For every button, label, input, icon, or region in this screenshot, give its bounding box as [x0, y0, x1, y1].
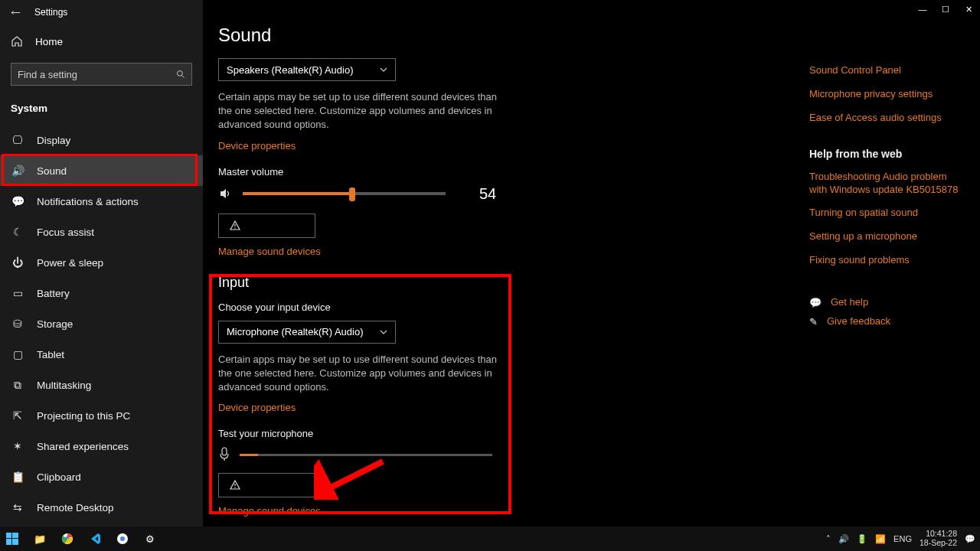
svg-rect-11	[6, 539, 11, 545]
output-manage-link[interactable]: Manage sound devices	[218, 246, 321, 257]
tray-battery-icon[interactable]: 🔋	[857, 534, 867, 544]
tray-speaker-icon[interactable]: 🔊	[838, 534, 849, 544]
help-link-4[interactable]: Fixing sound problems	[809, 254, 959, 267]
sidebar-item-notifications[interactable]: 💬Notifications & actions	[0, 186, 203, 217]
sidebar-item-storage[interactable]: ⛁Storage	[0, 308, 203, 339]
window-controls: — ☐ ✕	[911, 0, 980, 18]
volume-value: 54	[479, 185, 496, 203]
display-icon: 🖵	[11, 134, 24, 146]
sidebar-item-multitasking[interactable]: ⧉Multitasking	[0, 370, 203, 400]
input-device-value: Microphone (Realtek(R) Audio)	[227, 326, 363, 337]
storage-icon: ⛁	[11, 318, 24, 330]
tray-wifi-icon[interactable]: 📶	[875, 534, 886, 544]
help-link-3[interactable]: Setting up a microphone	[809, 230, 959, 243]
minimize-button[interactable]: —	[911, 0, 934, 18]
settings-taskbar-icon[interactable]: ⚙	[142, 531, 158, 546]
warning-icon	[230, 480, 240, 491]
help-link-2[interactable]: Turning on spatial sound	[809, 207, 959, 220]
input-manage-link[interactable]: Manage sound devices	[218, 505, 321, 517]
sidebar-item-label: Battery	[37, 288, 70, 299]
tray-chevron-icon[interactable]: ˄	[826, 534, 831, 544]
troubleshoot-label: Troubleshoot	[247, 220, 304, 231]
input-device-select[interactable]: Microphone (Realtek(R) Audio)	[218, 321, 396, 344]
input-device-properties-link[interactable]: Device properties	[218, 402, 296, 413]
volume-slider[interactable]	[243, 192, 446, 195]
page-title: Sound	[218, 24, 980, 46]
sidebar-item-shared[interactable]: ✶Shared experiences	[0, 431, 203, 461]
sidebar-item-tablet[interactable]: ▢Tablet	[0, 339, 203, 370]
vscode-icon[interactable]	[87, 531, 103, 546]
sound-icon: 🔊	[11, 165, 24, 177]
sidebar-item-sound[interactable]: 🔊Sound	[0, 155, 203, 186]
svg-rect-10	[12, 533, 18, 538]
ease-of-access-link[interactable]: Ease of Access audio settings	[809, 112, 959, 125]
sidebar-home[interactable]: Home	[0, 24, 203, 58]
close-button[interactable]: ✕	[957, 0, 980, 18]
troubleshoot-label: Troubleshoot	[247, 480, 304, 491]
section-label: System	[0, 95, 203, 125]
projecting-icon: ⇱	[11, 409, 24, 422]
speaker-icon	[218, 187, 232, 201]
sidebar-item-label: Display	[37, 135, 70, 146]
search-input[interactable]: Find a setting	[11, 63, 192, 86]
input-troubleshoot-button[interactable]: Troubleshoot	[218, 473, 315, 497]
sidebar-item-remote[interactable]: ⇆Remote Desktop	[0, 492, 203, 523]
clock[interactable]: 10:41:28 18-Sep-22	[920, 530, 957, 547]
file-explorer-icon[interactable]: 📁	[32, 531, 47, 546]
svg-rect-9	[6, 533, 11, 538]
sidebar-item-label: Remote Desktop	[37, 502, 114, 514]
nav: 🖵Display 🔊Sound 💬Notifications & actions…	[0, 125, 203, 523]
start-button[interactable]	[5, 531, 20, 546]
chrome-canary-icon[interactable]	[115, 531, 130, 546]
output-troubleshoot-button[interactable]: Troubleshoot	[218, 214, 315, 238]
tray-lang[interactable]: ENG	[893, 534, 912, 543]
focus-icon: ☾	[11, 226, 24, 238]
window-title: Settings	[34, 7, 67, 18]
output-description: Certain apps may be set up to use differ…	[218, 90, 501, 132]
help-icon: 💬	[809, 297, 822, 308]
sidebar-item-label: Focus assist	[37, 227, 94, 238]
help-link-1[interactable]: Troubleshooting Audio problem with Windo…	[809, 171, 959, 197]
sidebar-item-label: Tablet	[37, 349, 64, 360]
battery-icon: ▭	[11, 287, 24, 299]
feedback-link: Give feedback	[827, 315, 890, 328]
get-help-row[interactable]: 💬 Get help	[809, 296, 959, 309]
chrome-icon[interactable]	[60, 531, 75, 546]
notification-center-icon[interactable]: 💬	[965, 534, 975, 544]
sidebar-item-label: Shared experiences	[37, 441, 129, 452]
sidebar-item-battery[interactable]: ▭Battery	[0, 278, 203, 308]
help-heading: Help from the web	[809, 148, 959, 160]
sidebar-item-label: Sound	[37, 165, 67, 177]
home-icon	[11, 35, 23, 47]
shared-icon: ✶	[11, 440, 24, 452]
back-icon[interactable]: 🡐	[11, 7, 21, 18]
sidebar-item-clipboard[interactable]: 📋Clipboard	[0, 461, 203, 492]
search-placeholder: Find a setting	[18, 69, 77, 80]
sidebar-item-power[interactable]: ⏻Power & sleep	[0, 247, 203, 278]
main-content: — ☐ ✕ Sound Choose your output device Sp…	[203, 0, 980, 527]
clipboard-icon: 📋	[11, 471, 24, 483]
search-icon	[176, 70, 185, 79]
mic-privacy-link[interactable]: Microphone privacy settings	[809, 88, 959, 101]
sound-control-panel-link[interactable]: Sound Control Panel	[809, 64, 959, 77]
sidebar-item-label: Storage	[37, 318, 73, 330]
power-icon: ⏻	[11, 256, 24, 269]
feedback-icon: ✎	[809, 316, 818, 328]
sidebar-item-projecting[interactable]: ⇱Projecting to this PC	[0, 400, 203, 431]
input-description: Certain apps may be set up to use differ…	[218, 353, 501, 395]
svg-line-1	[182, 76, 185, 78]
sidebar: 🡐 Settings Home Find a setting System 🖵D…	[0, 0, 203, 527]
sidebar-item-label: Power & sleep	[37, 257, 103, 269]
maximize-button[interactable]: ☐	[934, 0, 957, 18]
output-device-select[interactable]: Speakers (Realtek(R) Audio)	[218, 58, 396, 81]
notifications-icon: 💬	[11, 195, 24, 207]
sidebar-item-display[interactable]: 🖵Display	[0, 125, 203, 155]
sidebar-item-label: Clipboard	[37, 471, 81, 483]
output-device-value: Speakers (Realtek(R) Audio)	[227, 64, 353, 76]
feedback-row[interactable]: ✎ Give feedback	[809, 315, 959, 328]
warning-icon	[230, 220, 240, 231]
related-settings: Sound Control Panel Microphone privacy s…	[809, 64, 959, 334]
output-device-properties-link[interactable]: Device properties	[218, 140, 296, 152]
sidebar-item-focus[interactable]: ☾Focus assist	[0, 217, 203, 247]
svg-point-3	[234, 227, 235, 228]
